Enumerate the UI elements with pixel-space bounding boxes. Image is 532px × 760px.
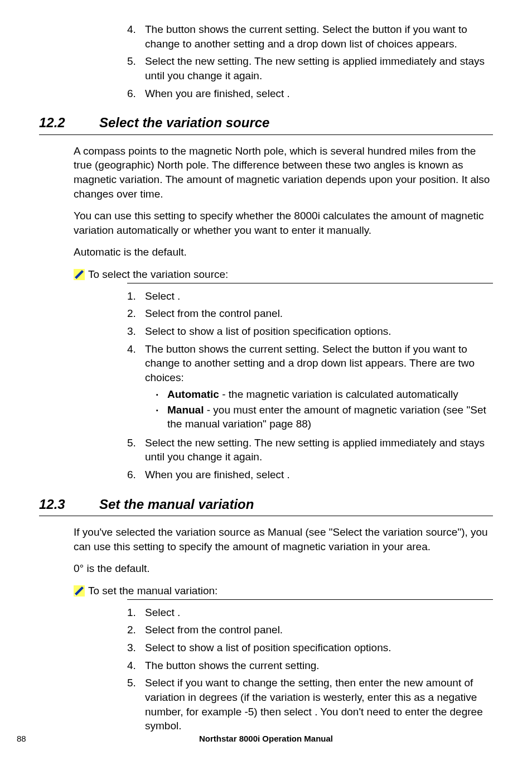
text-fragment: Select	[145, 307, 177, 319]
list-item: 1. Select .	[127, 289, 493, 304]
list-text: Select to show a list of position specif…	[145, 324, 493, 339]
body-paragraph: If you've selected the variation source …	[74, 525, 493, 554]
list-number: 5.	[127, 54, 145, 83]
list-text: Select .	[145, 289, 493, 304]
text-fragment: Select	[145, 642, 177, 653]
list-item: 3. Select to show a list of position spe…	[127, 641, 493, 655]
list-item: 4. The button shows the current setting.	[127, 658, 493, 673]
text-fragment: button shows the current setting.	[166, 660, 320, 671]
text-fragment: button shows the current setting. Select…	[145, 23, 467, 50]
procedure-heading: To set the manual variation:	[74, 584, 493, 598]
sub-bullet-item: ▪ Manual - you must enter the amount of …	[156, 403, 493, 431]
bold-term: Manual	[167, 404, 204, 416]
ordered-list: 1. Select . 2. Select from the control p…	[127, 289, 493, 482]
text-fragment: to show a list of position specification…	[177, 642, 391, 653]
section-rule	[39, 134, 493, 135]
text-fragment: .	[287, 469, 290, 480]
list-item: 4. The button shows the current setting.…	[127, 342, 493, 432]
text-fragment: .	[177, 607, 180, 618]
text-fragment: - the magnetic variation is calculated a…	[219, 388, 458, 400]
pencil-icon	[74, 269, 85, 280]
page-footer: 88 Northstar 8000i Operation Manual	[0, 733, 532, 744]
bullet-mark: ▪	[156, 387, 167, 402]
bullet-mark: ▪	[156, 403, 167, 431]
list-item: 6. When you are finished, select .	[127, 86, 493, 101]
list-number: 4.	[127, 658, 145, 673]
procedure-rule	[127, 283, 493, 283]
ordered-list: 1. Select . 2. Select from the control p…	[127, 605, 493, 733]
list-text: Select from the control panel.	[145, 623, 493, 637]
list-number: 2.	[127, 306, 145, 321]
list-number: 1.	[127, 289, 145, 304]
list-number: 3.	[127, 641, 145, 655]
list-text: Select .	[145, 605, 493, 620]
procedure-heading: To select the variation source:	[74, 267, 493, 282]
bullet-text: Manual - you must enter the amount of ma…	[167, 403, 493, 431]
list-item: 5. Select the new setting. The new setti…	[127, 436, 493, 464]
body-paragraph: You can use this setting to specify whet…	[74, 209, 493, 237]
list-item: 5. Select if you want to change the sett…	[127, 676, 493, 733]
text-fragment: When you are finished, select	[145, 469, 287, 480]
text-fragment: Select	[145, 677, 177, 689]
text-fragment: When you are finished, select	[145, 88, 287, 99]
list-text: The button shows the current setting. Se…	[145, 342, 493, 432]
list-number: 5.	[127, 436, 145, 464]
section-number: 12.3	[39, 496, 99, 513]
body-paragraph: A compass points to the magnetic North p…	[74, 144, 493, 201]
list-number: 2.	[127, 623, 145, 637]
list-item: 2. Select from the control panel.	[127, 306, 493, 321]
bullet-text: Automatic - the magnetic variation is ca…	[167, 387, 458, 402]
section-title: Set the manual variation	[99, 496, 254, 513]
text-fragment: The	[145, 23, 166, 35]
list-number: 6.	[127, 86, 145, 101]
list-number: 5.	[127, 676, 145, 733]
text-fragment: .	[287, 88, 290, 99]
body-paragraph: 0° is the default.	[74, 561, 493, 576]
procedure-label: To select the variation source:	[88, 267, 228, 282]
text-fragment: - you must enter the amount of magnetic …	[167, 404, 486, 430]
text-fragment: Select	[145, 290, 177, 302]
text-fragment: Select	[145, 607, 177, 618]
list-item: 6. When you are finished, select .	[127, 468, 493, 482]
list-text: Select if you want to change the setting…	[145, 676, 493, 733]
text-fragment: from the control panel.	[177, 307, 283, 319]
text-fragment: from the control panel.	[177, 624, 283, 636]
list-item: 1. Select .	[127, 605, 493, 620]
list-text: Select from the control panel.	[145, 306, 493, 321]
list-item: 5. Select the new setting. The new setti…	[127, 54, 493, 83]
body-paragraph: Automatic is the default.	[74, 245, 493, 259]
section-heading: 12.3 Set the manual variation	[39, 496, 493, 513]
list-text: Select the new setting. The new setting …	[145, 54, 493, 83]
list-text: When you are finished, select .	[145, 86, 493, 101]
list-item: 3. Select to show a list of position spe…	[127, 324, 493, 339]
section-number: 12.2	[39, 114, 99, 132]
section-title: Select the variation source	[99, 114, 269, 132]
list-text: Select to show a list of position specif…	[145, 641, 493, 655]
text-fragment: The	[145, 660, 166, 671]
text-fragment: .	[177, 290, 180, 302]
list-text: Select the new setting. The new setting …	[145, 436, 493, 464]
list-text: The button shows the current setting. Se…	[145, 22, 493, 51]
section-heading: 12.2 Select the variation source	[39, 114, 493, 132]
list-item: 4. The button shows the current setting.…	[127, 22, 493, 51]
procedure-label: To set the manual variation:	[88, 584, 217, 598]
text-fragment: button shows the current setting. Select…	[145, 343, 475, 383]
list-number: 3.	[127, 324, 145, 339]
bold-term: Automatic	[167, 388, 219, 400]
text-fragment: Select	[145, 325, 177, 337]
list-item: 2. Select from the control panel.	[127, 623, 493, 637]
list-number: 4.	[127, 342, 145, 432]
list-text: The button shows the current setting.	[145, 658, 493, 673]
ordered-list-continuation: 4. The button shows the current setting.…	[127, 22, 493, 100]
pencil-icon	[74, 585, 85, 597]
procedure-rule	[127, 599, 493, 600]
sub-bullet-item: ▪ Automatic - the magnetic variation is …	[156, 387, 493, 402]
list-number: 6.	[127, 468, 145, 482]
footer-title: Northstar 8000i Operation Manual	[199, 733, 333, 744]
text-fragment: to show a list of position specification…	[177, 325, 391, 337]
list-text: When you are finished, select .	[145, 468, 493, 482]
text-fragment: The	[145, 343, 166, 355]
section-rule	[39, 516, 493, 516]
sub-bullet-list: ▪ Automatic - the magnetic variation is …	[145, 387, 493, 431]
list-number: 1.	[127, 605, 145, 620]
